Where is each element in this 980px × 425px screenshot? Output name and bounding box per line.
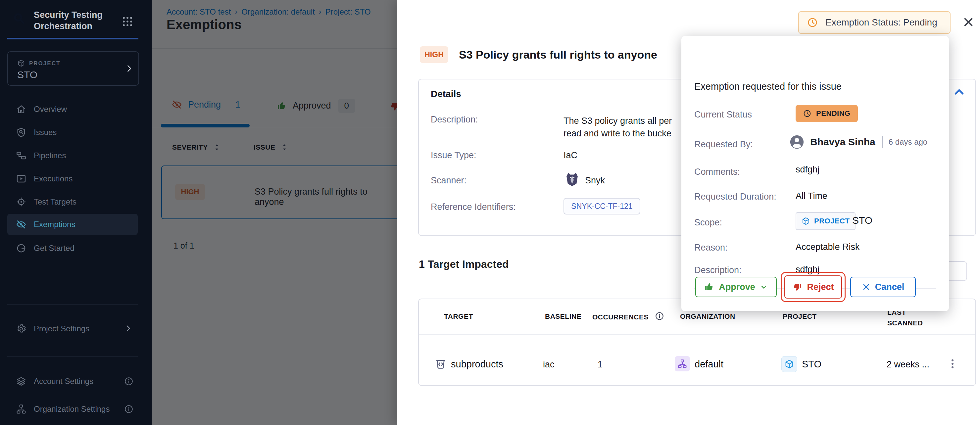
chevron-right-icon bbox=[124, 64, 134, 73]
duration-label: Requested Duration: bbox=[694, 192, 776, 202]
reject-focus-ring: Reject bbox=[781, 272, 846, 302]
target-name-cell: subproducts bbox=[451, 359, 503, 370]
project-selector[interactable]: PROJECT STO bbox=[7, 51, 139, 86]
clock-icon bbox=[803, 109, 811, 118]
snyk-logo-icon bbox=[565, 171, 580, 187]
sidebar-item-organization-settings[interactable]: Organization Settings bbox=[7, 398, 138, 420]
sidebar: Security Testing Orchestration PROJECT S… bbox=[0, 0, 152, 425]
scope-value: STO bbox=[852, 215, 872, 226]
get-started-icon bbox=[16, 243, 27, 253]
sidebar-item-label: Test Targets bbox=[34, 197, 76, 207]
info-icon[interactable] bbox=[655, 311, 665, 321]
scanner-value: Snyk bbox=[585, 175, 605, 186]
executions-icon bbox=[16, 174, 27, 184]
sidebar-item-test-targets[interactable]: Test Targets bbox=[7, 191, 138, 212]
module-accent-bar bbox=[7, 38, 138, 40]
approve-button[interactable]: Approve bbox=[695, 277, 777, 297]
scope-badge-label: PROJECT bbox=[814, 217, 850, 225]
app-title: Security Testing Orchestration bbox=[34, 9, 123, 32]
severity-badge: HIGH bbox=[420, 46, 448, 63]
modal-scrim[interactable] bbox=[152, 0, 397, 425]
target-column-header: TARGET bbox=[444, 312, 473, 320]
sidebar-divider bbox=[7, 356, 138, 357]
organization-cell: default bbox=[695, 359, 724, 370]
close-icon bbox=[862, 283, 870, 291]
sidebar-item-pipelines[interactable]: Pipelines bbox=[7, 145, 138, 166]
table-header-divider bbox=[419, 334, 975, 335]
description-label: Description: bbox=[694, 265, 741, 275]
sidebar-item-issues[interactable]: Issues bbox=[7, 122, 138, 143]
project-selector-label: PROJECT bbox=[29, 60, 60, 67]
home-icon bbox=[16, 104, 27, 115]
details-heading: Details bbox=[431, 89, 461, 99]
sidebar-item-executions[interactable]: Executions bbox=[7, 168, 138, 189]
scope-project-badge: PROJECT bbox=[795, 212, 856, 230]
pending-status-label: PENDING bbox=[816, 109, 851, 118]
sidebar-item-project-settings[interactable]: Project Settings bbox=[7, 318, 138, 339]
requested-by-value: Bhavya Sinha 6 days ago bbox=[790, 135, 928, 149]
project-cube-icon bbox=[17, 59, 25, 67]
reject-button[interactable]: Reject bbox=[784, 275, 842, 299]
sidebar-item-get-started[interactable]: Get Started bbox=[7, 238, 138, 259]
scanner-label: Scanner: bbox=[431, 175, 466, 186]
kebab-menu-icon[interactable] bbox=[947, 357, 958, 371]
sidebar-item-label: Project Settings bbox=[34, 324, 89, 333]
project-column-header: PROJECT bbox=[783, 312, 817, 320]
layers-icon bbox=[16, 376, 27, 387]
sidebar-item-label: Executions bbox=[34, 174, 73, 183]
description-value: The S3 policy grants all per read and wr… bbox=[563, 115, 672, 140]
sidebar-item-label: Issues bbox=[34, 128, 57, 137]
approve-button-label: Approve bbox=[719, 282, 755, 292]
sidebar-item-label: Overview bbox=[34, 105, 67, 114]
sidebar-item-label: Account Settings bbox=[34, 377, 93, 386]
chevron-down-icon bbox=[760, 283, 768, 291]
last-scanned-column-header: LAST SCANNED bbox=[887, 309, 923, 327]
sidebar-item-exemptions[interactable]: Exemptions bbox=[7, 214, 138, 235]
divider bbox=[882, 136, 883, 148]
reference-identifier-chip[interactable]: SNYK-CC-TF-121 bbox=[563, 198, 640, 215]
project-selector-value: STO bbox=[17, 69, 37, 80]
requested-by-time: 6 days ago bbox=[889, 137, 928, 146]
pending-status-badge: PENDING bbox=[795, 105, 858, 122]
occurrences-cell: 1 bbox=[598, 360, 603, 370]
clock-icon bbox=[807, 17, 818, 28]
module-grid-icon[interactable] bbox=[121, 15, 134, 28]
sidebar-item-label: Pipelines bbox=[34, 151, 66, 160]
close-icon[interactable] bbox=[962, 16, 975, 29]
organization-icon bbox=[675, 356, 690, 371]
cancel-button[interactable]: Cancel bbox=[850, 277, 916, 297]
issue-type-value: IaC bbox=[563, 150, 578, 161]
gear-icon bbox=[16, 323, 27, 334]
duration-value: All Time bbox=[795, 191, 827, 201]
reason-value: Acceptable Risk bbox=[795, 242, 860, 252]
info-icon[interactable] bbox=[124, 404, 134, 414]
popover-title: Exemption requested for this issue bbox=[694, 81, 842, 92]
targets-heading: 1 Target Impacted bbox=[419, 258, 509, 271]
sidebar-item-label: Get Started bbox=[34, 244, 75, 253]
drawer-title: S3 Policy grants full rights to anyone bbox=[459, 48, 657, 61]
reject-button-label: Reject bbox=[807, 282, 834, 292]
exemption-status-chip-label: Exemption Status: Pending bbox=[826, 17, 937, 28]
sidebar-item-label: Organization Settings bbox=[34, 404, 110, 414]
reference-identifiers-label: Reference Identifiers: bbox=[431, 202, 516, 212]
requested-by-label: Requested By: bbox=[694, 139, 753, 150]
sidebar-item-account-settings[interactable]: Account Settings bbox=[7, 371, 138, 392]
cube-icon bbox=[802, 217, 810, 225]
chevron-right-icon bbox=[124, 324, 132, 333]
description-label: Description: bbox=[431, 115, 478, 125]
avatar-icon bbox=[790, 135, 804, 149]
description-line1: The S3 policy grants all per bbox=[563, 115, 672, 127]
current-status-label: Current Status bbox=[694, 110, 752, 120]
organization-column-header: ORGANIZATION bbox=[680, 312, 735, 320]
sidebar-item-overview[interactable]: Overview bbox=[7, 99, 138, 120]
cancel-button-label: Cancel bbox=[875, 282, 905, 292]
requested-by-name: Bhavya Sinha bbox=[810, 136, 875, 148]
pipeline-icon bbox=[16, 150, 27, 161]
target-type-icon bbox=[434, 358, 447, 370]
baseline-cell: iac bbox=[543, 360, 555, 370]
exemption-status-chip: Exemption Status: Pending bbox=[798, 11, 951, 34]
collapse-chevron-up-icon[interactable] bbox=[953, 85, 966, 99]
info-icon[interactable] bbox=[124, 376, 134, 386]
target-icon bbox=[16, 197, 27, 207]
exemption-request-popover: Exemption requested for this issue Curre… bbox=[681, 36, 949, 311]
